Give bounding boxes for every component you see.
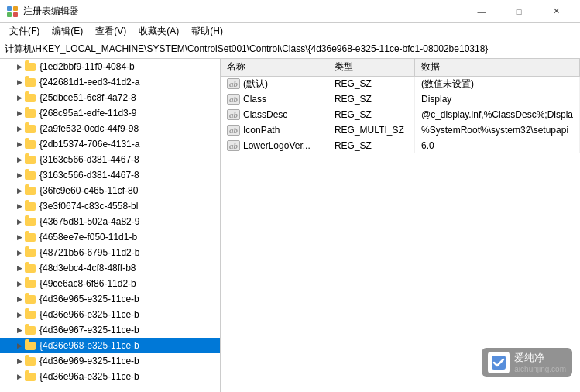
reg-name-text: (默认) xyxy=(243,78,268,89)
folder-icon xyxy=(25,185,37,196)
tree-item-item6[interactable]: ▶{2db15374-706e-4131-a xyxy=(0,136,220,152)
tree-item-label: {4d36e968-e325-11ce-b xyxy=(39,340,139,351)
tree-item-item5[interactable]: ▶{2a9fe532-0cdc-44f9-98 xyxy=(0,121,220,136)
tree-arrow-icon: ▶ xyxy=(14,247,25,258)
folder-icon xyxy=(25,154,37,165)
close-button[interactable]: ✕ xyxy=(538,0,574,23)
tree-item-item17[interactable]: ▶{4d36e966-e325-11ce-b xyxy=(0,307,220,322)
tree-item-item1[interactable]: ▶{1ed2bbf9-11f0-4084-b xyxy=(0,59,220,74)
tree-arrow-icon: ▶ xyxy=(14,294,25,304)
reg-data-cell: %SystemRoot%\system32\setupapi xyxy=(414,122,579,138)
tree-item-item19[interactable]: ▶{4d36e968-e325-11ce-b xyxy=(0,338,220,353)
tree-item-item11[interactable]: ▶{43675d81-502a-4a82-9 xyxy=(0,214,220,229)
svg-rect-3 xyxy=(13,12,18,17)
tree-arrow-icon: ▶ xyxy=(14,263,25,273)
table-row[interactable]: abClassREG_SZDisplay xyxy=(221,91,580,107)
table-row[interactable]: abClassDescREG_SZ@c_display.inf,%ClassDe… xyxy=(221,107,580,122)
tree-item-label: {242681d1-eed3-41d2-a xyxy=(39,77,139,88)
tree-item-label: {48d3ebc4-4cf8-48ff-b8 xyxy=(39,263,136,273)
title-bar: 注册表编辑器 — □ ✕ xyxy=(0,0,580,23)
reg-name-cell: abClassDesc xyxy=(221,107,328,122)
reg-name-cell: ab(默认) xyxy=(221,76,328,91)
tree-item-item18[interactable]: ▶{4d36e967-e325-11ce-b xyxy=(0,322,220,338)
minimize-button[interactable]: — xyxy=(464,0,499,23)
tree-item-item21[interactable]: ▶{4d36e96a-e325-11ce-b xyxy=(0,369,220,384)
menu-item-favorites[interactable]: 收藏夹(A) xyxy=(132,23,185,40)
tree-item-item4[interactable]: ▶{268c95a1-edfe-11d3-9 xyxy=(0,105,220,121)
folder-icon xyxy=(25,139,37,150)
reg-name-text: Class xyxy=(243,94,266,105)
tree-arrow-icon: ▶ xyxy=(14,325,25,335)
tree-item-label: {268c95a1-edfe-11d3-9 xyxy=(39,108,136,119)
table-row[interactable]: ab(默认)REG_SZ(数值未设置) xyxy=(221,76,580,91)
tree-item-item15[interactable]: ▶{49ce6ac8-6f86-11d2-b xyxy=(0,276,220,291)
tree-item-item3[interactable]: ▶{25dbce51-6c8f-4a72-8 xyxy=(0,90,220,105)
tree-arrow-icon: ▶ xyxy=(14,139,25,150)
menu-item-view[interactable]: 查看(V) xyxy=(89,23,132,40)
tree-item-label: {49ce6ac8-6f86-11d2-b xyxy=(39,278,136,289)
folder-icon xyxy=(25,77,37,88)
reg-name-cell: abLowerLogoVer... xyxy=(221,138,328,153)
col-type-header: 类型 xyxy=(328,59,414,76)
folder-icon xyxy=(25,170,37,181)
tree-item-item20[interactable]: ▶{4d36e969-e325-11ce-b xyxy=(0,353,220,369)
tree-item-item16[interactable]: ▶{4d36e965-e325-11ce-b xyxy=(0,291,220,307)
reg-name-cell: abIconPath xyxy=(221,122,328,138)
reg-type-icon: ab xyxy=(227,125,240,136)
app-icon xyxy=(6,5,19,18)
tree-item-item12[interactable]: ▶{4658ee7e-f050-11d1-b xyxy=(0,229,220,245)
reg-type-cell: REG_SZ xyxy=(328,76,414,91)
reg-name-text: IconPath xyxy=(243,125,280,136)
tree-item-item10[interactable]: ▶{3e3f0674-c83c-4558-bl xyxy=(0,198,220,214)
tree-item-item9[interactable]: ▶{36fc9e60-c465-11cf-80 xyxy=(0,183,220,198)
right-panel: 名称 类型 数据 ab(默认)REG_SZ(数值未设置)abClassREG_S… xyxy=(221,59,580,392)
tree-arrow-icon: ▶ xyxy=(14,77,25,88)
tree-arrow-icon: ▶ xyxy=(14,371,25,382)
folder-icon xyxy=(25,232,37,242)
folder-icon xyxy=(25,123,37,134)
reg-type-icon: ab xyxy=(227,78,240,89)
folder-icon xyxy=(25,371,37,382)
tree-arrow-icon: ▶ xyxy=(14,216,25,227)
tree-item-label: {4658ee7e-f050-11d1-b xyxy=(39,232,137,242)
tree-arrow-icon: ▶ xyxy=(14,309,25,320)
tree-arrow-icon: ▶ xyxy=(14,92,25,103)
folder-icon xyxy=(25,309,37,320)
registry-table: 名称 类型 数据 ab(默认)REG_SZ(数值未设置)abClassREG_S… xyxy=(221,59,580,153)
menu-item-help[interactable]: 帮助(H) xyxy=(185,23,229,40)
tree-item-item13[interactable]: ▶{48721b56-6795-11d2-b xyxy=(0,245,220,260)
tree-item-label: {4d36e969-e325-11ce-b xyxy=(39,356,139,366)
tree-item-item14[interactable]: ▶{48d3ebc4-4cf8-48ff-b8 xyxy=(0,260,220,276)
tree-item-item8[interactable]: ▶{3163c566-d381-4467-8 xyxy=(0,167,220,183)
folder-icon xyxy=(25,61,37,72)
tree-item-label: {1ed2bbf9-11f0-4084-b xyxy=(39,61,135,72)
window-controls: — □ ✕ xyxy=(464,0,574,23)
reg-type-cell: REG_SZ xyxy=(328,91,414,107)
main-content: ▶{1ed2bbf9-11f0-4084-b▶{242681d1-eed3-41… xyxy=(0,59,580,392)
tree-arrow-icon: ▶ xyxy=(14,356,25,366)
reg-name-cell: abClass xyxy=(221,91,328,107)
tree-arrow-icon: ▶ xyxy=(14,170,25,181)
table-row[interactable]: abLowerLogoVer...REG_SZ6.0 xyxy=(221,138,580,153)
maximize-button[interactable]: □ xyxy=(501,0,537,23)
folder-icon xyxy=(25,340,37,351)
table-row[interactable]: abIconPathREG_MULTI_SZ%SystemRoot%\syste… xyxy=(221,122,580,138)
tree-arrow-icon: ▶ xyxy=(14,201,25,211)
reg-type-cell: REG_MULTI_SZ xyxy=(328,122,414,138)
tree-item-item2[interactable]: ▶{242681d1-eed3-41d2-a xyxy=(0,74,220,90)
folder-icon xyxy=(25,356,37,366)
tree-item-label: {4d36e96a-e325-11ce-b xyxy=(39,371,139,382)
menu-item-file[interactable]: 文件(F) xyxy=(3,23,46,40)
tree-item-item7[interactable]: ▶{3163c566-d381-4467-8 xyxy=(0,152,220,167)
reg-name-text: LowerLogoVer... xyxy=(243,140,311,151)
tree-arrow-icon: ▶ xyxy=(14,232,25,242)
folder-icon xyxy=(25,92,37,103)
folder-icon xyxy=(25,263,37,273)
tree-item-label: {25dbce51-6c8f-4a72-8 xyxy=(39,92,136,103)
reg-name-text: ClassDesc xyxy=(243,109,287,120)
menu-bar: 文件(F)编辑(E)查看(V)收藏夹(A)帮助(H) xyxy=(0,23,580,40)
tree-arrow-icon: ▶ xyxy=(14,61,25,72)
tree-item-label: {3e3f0674-c83c-4558-bl xyxy=(39,201,138,211)
menu-item-edit[interactable]: 编辑(E) xyxy=(46,23,89,40)
col-data-header: 数据 xyxy=(414,59,579,76)
